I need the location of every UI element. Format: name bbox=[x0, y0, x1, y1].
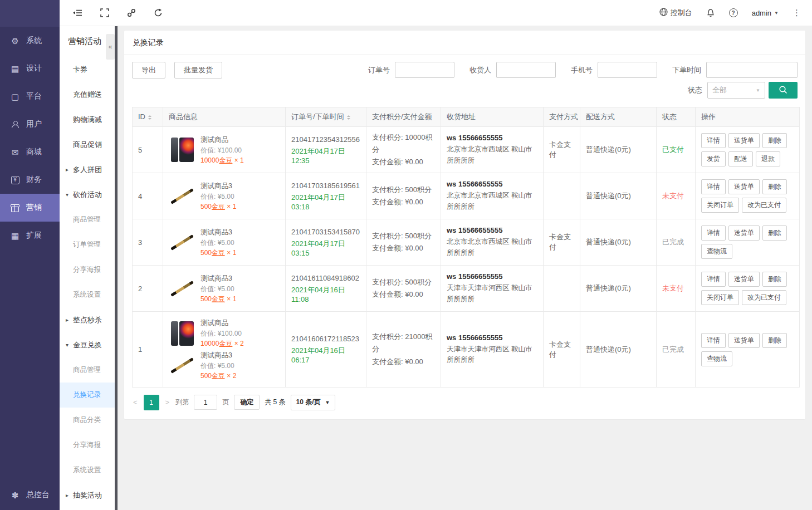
action-button[interactable]: 关闭订单 bbox=[701, 198, 739, 213]
submenu-item-2[interactable]: 购物满减 bbox=[60, 107, 118, 132]
action-button[interactable]: 关闭订单 bbox=[701, 290, 739, 305]
search-button[interactable] bbox=[769, 82, 798, 99]
action-button[interactable]: 改为已支付 bbox=[742, 290, 786, 305]
fullscreen-icon[interactable] bbox=[100, 8, 109, 17]
bell-icon[interactable] bbox=[706, 8, 715, 18]
console-link[interactable]: 控制台 bbox=[659, 8, 692, 18]
link-icon[interactable] bbox=[127, 8, 136, 17]
phone-input[interactable] bbox=[598, 62, 657, 78]
submenu-item-10[interactable]: ▸整点秒杀 bbox=[60, 307, 118, 332]
action-button[interactable]: 详情 bbox=[701, 272, 726, 287]
action-button[interactable]: 送货单 bbox=[728, 133, 760, 148]
sidebar-item-1[interactable]: ▤设计 bbox=[0, 55, 60, 82]
cell-id: 3 bbox=[133, 219, 163, 266]
submenu-item-4[interactable]: ▸多人拼团 bbox=[60, 157, 118, 182]
action-button[interactable]: 详情 bbox=[701, 333, 726, 348]
sidebar-item-6[interactable]: 营销 bbox=[0, 194, 60, 222]
submenu-item-label: 充值赠送 bbox=[73, 90, 102, 100]
submenu-item-label: 商品管理 bbox=[73, 215, 101, 224]
submenu-item-17[interactable]: ▸抽奖活动 bbox=[60, 483, 118, 508]
submenu-item-9[interactable]: 系统设置 bbox=[60, 282, 118, 307]
submenu-item-7[interactable]: 订单管理 bbox=[60, 232, 118, 257]
collapse-sidebar-button[interactable]: « bbox=[106, 34, 115, 60]
product-item: 测试商品 价值: ¥100.00 10000金豆 × 2 bbox=[169, 318, 280, 349]
product-price: 价值: ¥5.00 bbox=[200, 192, 236, 202]
action-button[interactable]: 配送 bbox=[728, 151, 753, 166]
submenu-item-11[interactable]: ▾金豆兑换 bbox=[60, 332, 118, 357]
help-icon[interactable]: ? bbox=[729, 8, 738, 17]
sidebar-item-2[interactable]: ▢平台 bbox=[0, 82, 60, 110]
action-button[interactable]: 送货单 bbox=[728, 272, 760, 287]
collapse-menu-icon[interactable] bbox=[73, 8, 82, 17]
submenu-item-3[interactable]: 商品促销 bbox=[60, 132, 118, 157]
column-header-6: 配送方式 bbox=[580, 107, 657, 127]
submenu-item-6[interactable]: 商品管理 bbox=[60, 207, 118, 232]
action-button[interactable]: 详情 bbox=[701, 133, 726, 148]
action-button[interactable]: 删除 bbox=[762, 333, 787, 348]
submenu-item-13[interactable]: 兑换记录 bbox=[60, 382, 118, 408]
confirm-page-button[interactable]: 确定 bbox=[234, 395, 260, 410]
product-item: 测试商品3 价值: ¥5.00 500金豆 × 2 bbox=[169, 350, 280, 381]
user-menu[interactable]: admin ▼ bbox=[752, 9, 779, 17]
submenu-item-1[interactable]: 充值赠送 bbox=[60, 82, 118, 107]
status-select[interactable]: 全部 ▼ bbox=[707, 82, 765, 99]
action-button[interactable]: 查物流 bbox=[701, 351, 732, 366]
action-button[interactable]: 删除 bbox=[762, 272, 787, 287]
page-1-button[interactable]: 1 bbox=[144, 395, 159, 410]
action-button[interactable]: 详情 bbox=[701, 225, 726, 241]
action-button[interactable]: 删除 bbox=[762, 133, 787, 148]
action-button[interactable]: 查物流 bbox=[701, 244, 732, 259]
submenu-item-12[interactable]: 商品管理 bbox=[60, 357, 118, 382]
action-button[interactable]: 详情 bbox=[701, 179, 726, 194]
receiver-input[interactable] bbox=[496, 62, 556, 78]
action-button[interactable]: 删除 bbox=[762, 179, 787, 194]
sidebar-item-7[interactable]: ▦扩展 bbox=[0, 222, 60, 249]
logo-block bbox=[0, 0, 60, 27]
action-button[interactable]: 发货 bbox=[701, 151, 726, 166]
sort-icon[interactable] bbox=[148, 114, 151, 121]
column-header-1: 商品信息 bbox=[163, 107, 286, 127]
triangle-down-icon: ▾ bbox=[66, 192, 69, 198]
action-button[interactable]: 退款 bbox=[756, 151, 780, 166]
cell-products: 测试商品3 价值: ¥5.00 500金豆 × 1 bbox=[163, 173, 286, 219]
submenu-item-5[interactable]: ▾砍价活动 bbox=[60, 182, 118, 207]
kebab-menu-icon[interactable]: ⋮ bbox=[793, 8, 801, 18]
pay-points: 支付积分: 500积分 bbox=[372, 276, 435, 288]
receiver-label: 收货人 bbox=[469, 65, 491, 75]
action-button[interactable]: 改为已支付 bbox=[742, 198, 786, 213]
action-button[interactable]: 删除 bbox=[762, 225, 787, 241]
submenu-item-0[interactable]: 卡券 bbox=[60, 57, 118, 82]
pay-amount: 支付金额: ¥0.00 bbox=[372, 242, 435, 254]
chevron-down-icon: ▼ bbox=[756, 88, 760, 93]
order-no-input[interactable] bbox=[395, 62, 454, 78]
action-button[interactable]: 送货单 bbox=[728, 225, 760, 241]
topbar-right: 控制台 ? admin ▼ ⋮ bbox=[659, 8, 801, 18]
batch-ship-button[interactable]: 批量发货 bbox=[174, 62, 222, 79]
sidebar-item-console[interactable]: ✽总控台 bbox=[0, 481, 60, 509]
cell-order: 21041606172118523 2021年04月16日 06:17 bbox=[286, 312, 366, 388]
cell-id: 4 bbox=[133, 173, 163, 219]
sidebar-item-0[interactable]: ⚙系统 bbox=[0, 27, 60, 55]
action-button[interactable]: 送货单 bbox=[728, 333, 760, 348]
submenu-item-8[interactable]: 分享海报 bbox=[60, 257, 118, 282]
sidebar-item-3[interactable]: 用户 bbox=[0, 110, 60, 138]
sort-icon[interactable] bbox=[347, 114, 350, 121]
order-time-input[interactable] bbox=[706, 62, 798, 78]
export-button[interactable]: 导出 bbox=[132, 62, 165, 79]
cell-payment: 支付积分: 500积分 支付金额: ¥0.00 bbox=[366, 173, 441, 219]
product-price: 价值: ¥5.00 bbox=[200, 361, 236, 371]
refresh-icon[interactable] bbox=[154, 8, 163, 17]
per-page-select[interactable]: 10 条/页 ▼ bbox=[291, 395, 336, 410]
next-page-button[interactable]: > bbox=[164, 398, 171, 406]
prev-page-button[interactable]: < bbox=[132, 398, 139, 406]
users-icon bbox=[10, 121, 20, 128]
product-price: 价值: ¥5.00 bbox=[200, 284, 236, 294]
sidebar-item-5[interactable]: ¥财务 bbox=[0, 166, 60, 194]
sidebar-item-label: 营销 bbox=[26, 203, 42, 213]
submenu-item-16[interactable]: 系统设置 bbox=[60, 458, 118, 483]
goto-page-input[interactable] bbox=[194, 395, 217, 410]
submenu-item-14[interactable]: 商品分类 bbox=[60, 408, 118, 433]
action-button[interactable]: 送货单 bbox=[728, 179, 760, 194]
sidebar-item-4[interactable]: ✉商城 bbox=[0, 138, 60, 166]
submenu-item-15[interactable]: 分享海报 bbox=[60, 433, 118, 458]
